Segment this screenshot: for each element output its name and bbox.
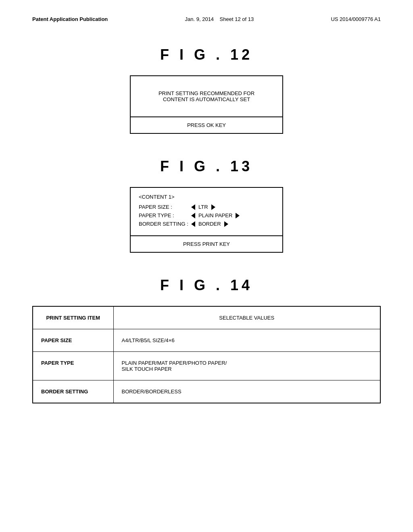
- fig12-dialog-main: PRINT SETTING RECOMMENDED FOR CONTENT IS…: [131, 76, 282, 116]
- table-paper-size-item: PAPER SIZE: [33, 329, 113, 352]
- fig13-paper-size-label: PAPER SIZE :: [139, 204, 191, 210]
- fig12-dialog-line2: CONTENT IS AUTOMATICALLY SET: [159, 96, 254, 102]
- fig13-paper-size-text: LTR: [198, 204, 208, 210]
- table-row: BORDER SETTING BORDER/BORDERLESS: [33, 380, 380, 403]
- table-row: PAPER TYPE PLAIN PAPER/MAT PAPER/PHOTO P…: [33, 352, 380, 380]
- fig13-dialog-main: <CONTENT 1> PAPER SIZE : LTR PAPER TYPE …: [131, 188, 282, 235]
- header-patent: US 2014/0009776 A1: [331, 16, 381, 22]
- fig13-paper-type-label: PAPER TYPE :: [139, 212, 191, 218]
- fig13-dialog: <CONTENT 1> PAPER SIZE : LTR PAPER TYPE …: [130, 187, 283, 253]
- header-date: Jan. 9, 2014: [185, 16, 214, 22]
- page-header: Patent Application Publication Jan. 9, 2…: [32, 16, 381, 22]
- paper-size-arrow-left: [191, 204, 195, 210]
- page: Patent Application Publication Jan. 9, 2…: [0, 0, 413, 532]
- header-title: Patent Application Publication: [32, 16, 108, 22]
- fig13-paper-type-value: PLAIN PAPER: [191, 212, 240, 218]
- paper-type-arrow-left: [191, 213, 195, 218]
- fig13-border-setting-row: BORDER SETTING : BORDER: [139, 221, 274, 227]
- fig12-dialog-text: PRINT SETTING RECOMMENDED FOR CONTENT IS…: [159, 90, 254, 102]
- figure-13-section: F I G . 13 <CONTENT 1> PAPER SIZE : LTR …: [32, 158, 381, 253]
- table-border-setting-values: BORDER/BORDERLESS: [113, 380, 380, 403]
- table-header-row: PRINT SETTING ITEM SELECTABLE VALUES: [33, 306, 380, 329]
- fig13-border-setting-value: BORDER: [191, 221, 228, 227]
- table-paper-type-item: PAPER TYPE: [33, 352, 113, 380]
- paper-type-arrow-right: [236, 213, 240, 218]
- fig13-paper-type-row: PAPER TYPE : PLAIN PAPER: [139, 212, 274, 218]
- fig13-dialog-footer: PRESS PRINT KEY: [131, 235, 282, 252]
- fig12-dialog-line1: PRINT SETTING RECOMMENDED FOR: [159, 90, 254, 96]
- fig13-border-setting-text: BORDER: [198, 221, 221, 227]
- fig12-dialog: PRINT SETTING RECOMMENDED FOR CONTENT IS…: [130, 75, 283, 134]
- header-sheet: Sheet 12 of 13: [220, 16, 254, 22]
- header-date-sheet: Jan. 9, 2014 Sheet 12 of 13: [185, 16, 254, 22]
- fig13-paper-type-text: PLAIN PAPER: [198, 212, 232, 218]
- border-setting-arrow-left: [191, 221, 195, 227]
- fig13-content-header: <CONTENT 1>: [139, 194, 274, 200]
- figure-12-section: F I G . 12 PRINT SETTING RECOMMENDED FOR…: [32, 46, 381, 134]
- table-border-setting-item: BORDER SETTING: [33, 380, 113, 403]
- fig13-paper-size-row: PAPER SIZE : LTR: [139, 204, 274, 210]
- fig12-title: F I G . 12: [32, 46, 381, 63]
- paper-size-arrow-right: [211, 204, 215, 210]
- fig13-paper-size-value: LTR: [191, 204, 215, 210]
- table-row: PAPER SIZE A4/LTR/B5/L SIZE/4×6: [33, 329, 380, 352]
- fig14-title: F I G . 14: [32, 277, 381, 294]
- table-paper-type-values: PLAIN PAPER/MAT PAPER/PHOTO PAPER/SILK T…: [113, 352, 380, 380]
- border-setting-arrow-right: [224, 221, 228, 227]
- fig12-dialog-footer: PRESS OK KEY: [131, 116, 282, 133]
- table-col2-header: SELECTABLE VALUES: [113, 306, 380, 329]
- fig13-title: F I G . 13: [32, 158, 381, 175]
- fig13-border-setting-label: BORDER SETTING :: [139, 221, 191, 227]
- table-col1-header: PRINT SETTING ITEM: [33, 306, 113, 329]
- figure-14-section: F I G . 14 PRINT SETTING ITEM SELECTABLE…: [32, 277, 381, 403]
- table-paper-size-values: A4/LTR/B5/L SIZE/4×6: [113, 329, 380, 352]
- fig14-table: PRINT SETTING ITEM SELECTABLE VALUES PAP…: [32, 306, 381, 403]
